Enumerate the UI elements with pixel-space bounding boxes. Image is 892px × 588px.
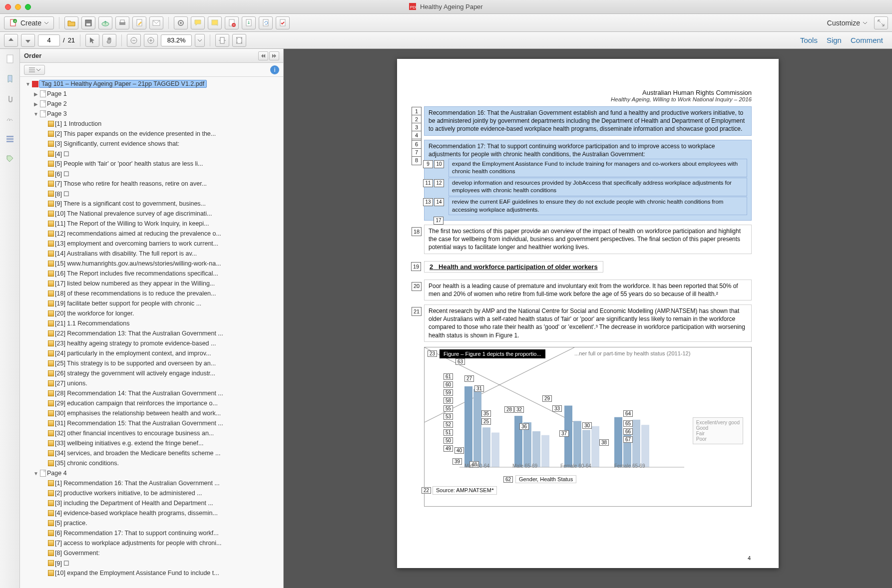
tree-row[interactable]: [20] the workforce for longer. xyxy=(22,308,283,318)
comment-link[interactable]: Comment xyxy=(851,36,883,44)
tree-row[interactable]: ▶Page 1 xyxy=(22,89,283,99)
tree-row[interactable]: [3] including the Department of Health a… xyxy=(22,498,283,508)
fit-page-button[interactable] xyxy=(232,34,246,47)
open-button[interactable] xyxy=(64,16,78,29)
tree-row[interactable]: [12] recommendations aimed at reducing t… xyxy=(22,229,283,239)
order-next-button[interactable] xyxy=(269,51,279,60)
refresh-doc-button[interactable] xyxy=(259,16,273,29)
bookmarks-panel-button[interactable] xyxy=(3,72,17,86)
order-options-dropdown[interactable] xyxy=(24,65,45,75)
tree-row[interactable]: [7] Those who retire for health reasons,… xyxy=(22,179,283,189)
hand-tool-button[interactable] xyxy=(102,34,116,47)
order-tree[interactable]: ▼Tag 101 – Healthy Ageing Paper – 21pp T… xyxy=(20,77,283,588)
customize-menu[interactable]: Customize xyxy=(823,19,871,27)
zoom-input[interactable] xyxy=(161,34,192,46)
tree-row[interactable]: [30] emphasises the relationship between… xyxy=(22,408,283,418)
prev-page-button[interactable] xyxy=(4,34,18,47)
arrow-down-icon xyxy=(24,36,32,44)
fullscreen-button[interactable] xyxy=(874,16,888,29)
tree-row[interactable]: [26] strategy the government will active… xyxy=(22,368,283,378)
tree-row[interactable]: [1] Recommendation 16: That the Australi… xyxy=(22,478,283,488)
tag-panel-button[interactable] xyxy=(3,152,17,166)
tree-row[interactable]: [29] education campaign that reinforces … xyxy=(22,398,283,408)
tree-row[interactable]: [33] wellbeing initiatives e.g. extend t… xyxy=(22,438,283,448)
check-doc-button[interactable] xyxy=(276,16,290,29)
zoom-in-button[interactable] xyxy=(144,34,158,47)
tree-row[interactable]: [6] Recommendation 17: That to support c… xyxy=(22,528,283,538)
thumbnails-panel-button[interactable] xyxy=(3,52,17,66)
tree-row[interactable]: [31] Recommendation 15: That the Austral… xyxy=(22,418,283,428)
delete-page-button[interactable] xyxy=(225,16,239,29)
tree-row[interactable]: [1] 1 Introduction xyxy=(22,119,283,129)
save-cloud-button[interactable] xyxy=(98,16,112,29)
comment-bubble-button[interactable] xyxy=(191,16,205,29)
tree-row[interactable]: [19] facilitate better support for peopl… xyxy=(22,298,283,308)
print-button[interactable] xyxy=(115,16,129,29)
tree-row[interactable]: [2] productive workers initiative, to be… xyxy=(22,488,283,498)
tree-row[interactable]: [22] Recommendation 13: That the Austral… xyxy=(22,328,283,338)
tree-row[interactable]: [4] evidence-based workplace health prog… xyxy=(22,508,283,518)
document-viewer[interactable]: Australian Human Rights Commission Healt… xyxy=(284,49,892,588)
tools-link[interactable]: Tools xyxy=(800,36,818,44)
next-page-button[interactable] xyxy=(21,34,35,47)
tree-row[interactable]: [28] Recommendation 14: That the Austral… xyxy=(22,388,283,398)
tree-row[interactable]: [5] People with 'fair' or 'poor' health … xyxy=(22,159,283,169)
tree-row[interactable]: ▶Page 2 xyxy=(22,99,283,109)
order-info-button[interactable]: i xyxy=(270,65,279,74)
save-button[interactable] xyxy=(81,16,95,29)
tree-row[interactable]: [27] unions. xyxy=(22,378,283,388)
tree-row[interactable]: [18] of these recommendations is to redu… xyxy=(22,289,283,298)
email-button[interactable] xyxy=(149,16,163,29)
tree-row[interactable]: [6] ☐ xyxy=(22,169,283,179)
zoom-dropdown[interactable] xyxy=(195,34,205,47)
tree-row[interactable]: [8] Government: xyxy=(22,548,283,558)
highlight-note-icon xyxy=(211,19,219,27)
export-button[interactable] xyxy=(242,16,256,29)
zoom-out-button[interactable] xyxy=(127,34,141,47)
tree-row[interactable]: [10] expand the Employment Assistance Fu… xyxy=(22,568,283,578)
tree-row[interactable]: [15] www.humanrights.gov.au/news/stories… xyxy=(22,259,283,269)
attachments-panel-button[interactable] xyxy=(3,92,17,106)
tree-row[interactable]: [25] This strategy is to be supported an… xyxy=(22,358,283,368)
tree-row[interactable]: [13] employment and overcoming barriers … xyxy=(22,239,283,249)
tree-row[interactable]: ▼Page 4 xyxy=(22,468,283,478)
minimize-window-button[interactable] xyxy=(15,4,21,10)
close-window-button[interactable] xyxy=(5,4,11,10)
tree-row[interactable]: [3] Significantly, current evidence show… xyxy=(22,139,283,149)
tree-row[interactable]: [17] listed below numbered as they appea… xyxy=(22,279,283,289)
tree-row[interactable]: [24] particularly in the employment cont… xyxy=(22,348,283,358)
tree-row[interactable]: [23] healthy ageing strategy to promote … xyxy=(22,338,283,348)
tree-row[interactable]: [14] Australians with disability. The fu… xyxy=(22,249,283,259)
tree-row[interactable]: [34] services, and broaden the Medicare … xyxy=(22,448,283,458)
tree-row[interactable]: [11] The Report of the Willing to Work I… xyxy=(22,219,283,229)
tree-row[interactable]: [2] This paper expands on the evidence p… xyxy=(22,129,283,139)
settings-button[interactable] xyxy=(174,16,188,29)
highlight-button[interactable] xyxy=(208,16,222,29)
tree-row[interactable]: [4] ☐ xyxy=(22,149,283,159)
page-number: 4 xyxy=(748,555,751,561)
page-number-input[interactable] xyxy=(38,34,60,46)
tree-row[interactable]: [32] other financial incentives to encou… xyxy=(22,428,283,438)
tree-row[interactable]: [8] ☐ xyxy=(22,189,283,199)
tree-row[interactable]: [5] practice. xyxy=(22,518,283,528)
tree-row[interactable]: [9] There is a significant cost to gover… xyxy=(22,199,283,209)
tree-row[interactable]: [21] 1.1 Recommendations xyxy=(22,318,283,328)
tree-row[interactable]: [16] The Report includes five recommenda… xyxy=(22,269,283,279)
recommendation-17-block: 6 7 8 Recommendation 17: That to support… xyxy=(424,140,752,221)
tree-row[interactable]: [35] chronic conditions. xyxy=(22,458,283,468)
select-tool-button[interactable] xyxy=(85,34,99,47)
create-button[interactable]: + Create xyxy=(4,16,54,29)
sign-link[interactable]: Sign xyxy=(827,36,842,44)
order-panel-button[interactable] xyxy=(3,132,17,146)
tree-row[interactable]: ▼Tag 101 – Healthy Ageing Paper – 21pp T… xyxy=(22,79,283,89)
order-prev-button[interactable] xyxy=(258,51,268,60)
tree-row[interactable]: ▼Page 3 xyxy=(22,109,283,119)
fit-width-button[interactable] xyxy=(215,34,229,47)
tags-structure-icon xyxy=(5,134,14,143)
signatures-panel-button[interactable] xyxy=(3,112,17,126)
tree-row[interactable]: [9] ☐ xyxy=(22,558,283,568)
tree-row[interactable]: [10] The National prevalence survey of a… xyxy=(22,209,283,219)
tree-row[interactable]: [7] access to workplace adjustments for … xyxy=(22,538,283,548)
zoom-window-button[interactable] xyxy=(25,4,31,10)
edit-button[interactable] xyxy=(132,16,146,29)
